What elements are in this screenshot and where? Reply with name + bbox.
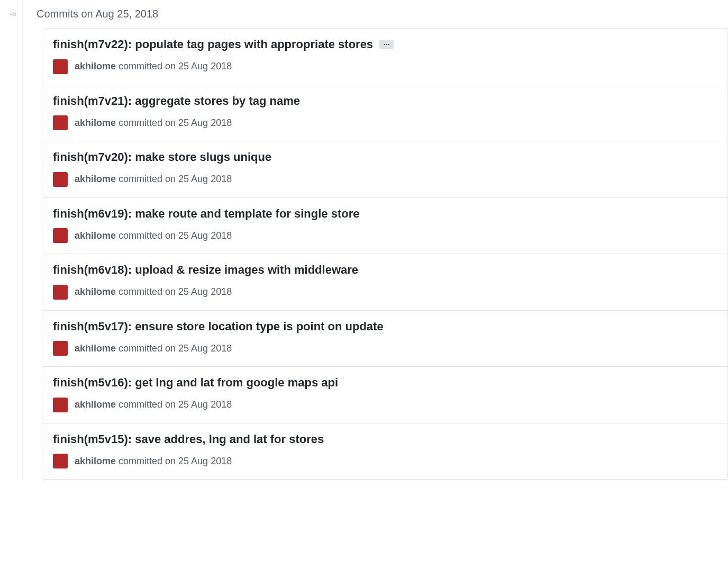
commit-when: committed on 25 Aug 2018: [116, 399, 232, 410]
commit-title-link[interactable]: finish(m7v22): populate tag pages with a…: [53, 37, 373, 52]
commit-author-link[interactable]: akhilome: [75, 118, 116, 128]
avatar[interactable]: [53, 285, 68, 300]
commit-item: finish(m5v16): get lng and lat from goog…: [43, 367, 727, 423]
commit-meta-text: akhilome committed on 25 Aug 2018: [75, 174, 232, 185]
commit-author-link[interactable]: akhilome: [75, 456, 116, 466]
commit-item: finish(m6v19): make route and template f…: [43, 198, 727, 255]
commits-list: finish(m7v22): populate tag pages with a…: [43, 28, 728, 480]
commit-title-link[interactable]: finish(m5v16): get lng and lat from goog…: [53, 375, 338, 390]
expand-commit-message-button[interactable]: …: [379, 40, 394, 49]
avatar[interactable]: [53, 454, 68, 468]
commit-title-link[interactable]: finish(m7v20): make store slugs unique: [53, 150, 271, 165]
avatar[interactable]: [53, 228, 68, 243]
avatar[interactable]: [53, 398, 68, 412]
commit-meta-text: akhilome committed on 25 Aug 2018: [75, 230, 232, 241]
commit-when: committed on 25 Aug 2018: [116, 456, 232, 466]
commit-title-link[interactable]: finish(m6v18): upload & resize images wi…: [53, 263, 358, 277]
commit-when: committed on 25 Aug 2018: [116, 343, 232, 354]
commit-when: committed on 25 Aug 2018: [116, 286, 232, 297]
commit-meta: akhilome committed on 25 Aug 2018: [53, 59, 718, 74]
commit-meta-text: akhilome committed on 25 Aug 2018: [75, 118, 232, 129]
commit-item: finish(m6v18): upload & resize images wi…: [43, 254, 727, 311]
commit-item: finish(m7v20): make store slugs uniqueak…: [43, 141, 727, 198]
commit-author-link[interactable]: akhilome: [75, 230, 116, 241]
avatar[interactable]: [53, 172, 68, 187]
commit-title-row: finish(m7v20): make store slugs unique: [53, 150, 718, 165]
commit-title-link[interactable]: finish(m7v21): aggregate stores by tag n…: [53, 94, 300, 109]
commit-meta-text: akhilome committed on 25 Aug 2018: [75, 399, 232, 410]
commit-author-link[interactable]: akhilome: [75, 286, 116, 297]
commit-group-header: Commits on Aug 25, 2018: [0, 8, 728, 28]
timeline-line: [22, 0, 23, 480]
commit-author-link[interactable]: akhilome: [75, 174, 116, 184]
commit-title-row: finish(m5v16): get lng and lat from goog…: [53, 375, 718, 390]
commit-title-row: finish(m5v17): ensure store location typ…: [53, 319, 718, 334]
commit-when: committed on 25 Aug 2018: [116, 174, 232, 184]
commit-title-row: finish(m7v21): aggregate stores by tag n…: [53, 94, 718, 109]
commit-group-title: Commits on Aug 25, 2018: [37, 8, 158, 20]
commit-meta: akhilome committed on 25 Aug 2018: [53, 454, 718, 468]
commit-meta: akhilome committed on 25 Aug 2018: [53, 115, 718, 130]
commit-author-link[interactable]: akhilome: [75, 399, 116, 410]
commit-meta-text: akhilome committed on 25 Aug 2018: [75, 286, 232, 297]
commit-meta: akhilome committed on 25 Aug 2018: [53, 228, 718, 243]
commit-author-link[interactable]: akhilome: [75, 61, 116, 71]
commit-meta: akhilome committed on 25 Aug 2018: [53, 341, 718, 356]
commit-when: committed on 25 Aug 2018: [116, 118, 232, 128]
commit-title-row: finish(m5v15): save addres, lng and lat …: [53, 432, 718, 447]
commit-title-link[interactable]: finish(m6v19): make route and template f…: [53, 206, 359, 221]
commit-meta-text: akhilome committed on 25 Aug 2018: [75, 456, 232, 467]
commit-author-link[interactable]: akhilome: [75, 343, 116, 354]
commit-dot-icon: [10, 10, 19, 19]
commit-meta: akhilome committed on 25 Aug 2018: [53, 398, 718, 412]
commit-title-link[interactable]: finish(m5v17): ensure store location typ…: [53, 319, 384, 334]
commit-meta: akhilome committed on 25 Aug 2018: [53, 172, 718, 187]
commit-meta: akhilome committed on 25 Aug 2018: [53, 285, 718, 300]
commit-meta-text: akhilome committed on 25 Aug 2018: [75, 343, 232, 354]
commit-title-row: finish(m6v18): upload & resize images wi…: [53, 263, 718, 277]
avatar[interactable]: [53, 59, 68, 74]
avatar[interactable]: [53, 341, 68, 356]
commit-meta-text: akhilome committed on 25 Aug 2018: [75, 61, 232, 72]
commit-when: committed on 25 Aug 2018: [116, 61, 232, 71]
commit-when: committed on 25 Aug 2018: [116, 230, 232, 241]
commit-item: finish(m5v15): save addres, lng and lat …: [43, 423, 727, 480]
commit-item: finish(m7v22): populate tag pages with a…: [43, 29, 727, 85]
commit-title-link[interactable]: finish(m5v15): save addres, lng and lat …: [53, 432, 324, 447]
commit-item: finish(m7v21): aggregate stores by tag n…: [43, 85, 727, 142]
commit-title-row: finish(m6v19): make route and template f…: [53, 206, 718, 221]
avatar[interactable]: [53, 115, 68, 130]
commit-title-row: finish(m7v22): populate tag pages with a…: [53, 37, 718, 52]
commit-item: finish(m5v17): ensure store location typ…: [43, 311, 727, 367]
